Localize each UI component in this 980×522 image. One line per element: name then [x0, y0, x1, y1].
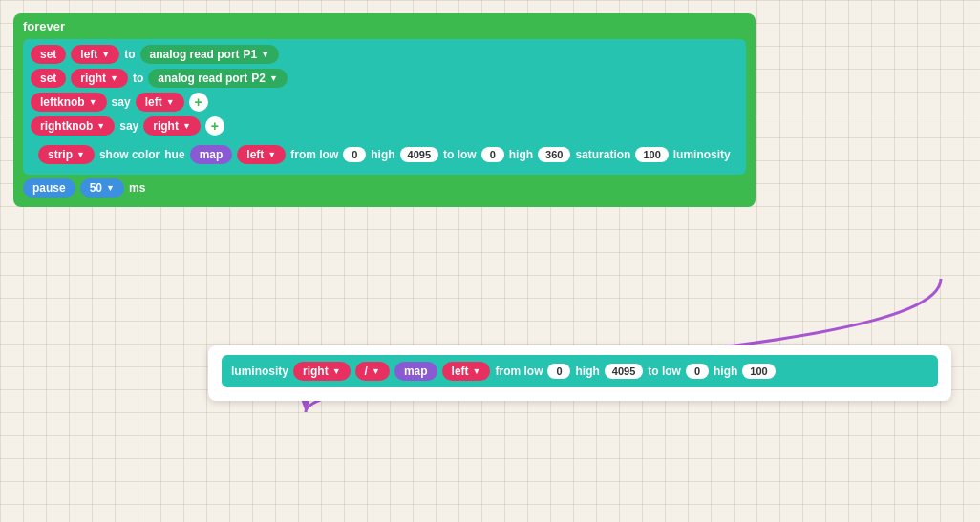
forever-label: forever [23, 19, 746, 33]
pause-row: pause 50 ▼ ms [23, 178, 746, 198]
to-low-label-1: to low [443, 148, 477, 161]
forever-block: forever set left ▼ to analog read port P… [13, 13, 756, 207]
div-dropdown: ▼ [372, 366, 380, 376]
hue-label: hue [164, 148, 184, 161]
low-val-2[interactable]: 0 [481, 147, 504, 162]
high-val-1[interactable]: 4095 [400, 147, 438, 162]
set-right-row: set right ▼ to analog read port P2 ▼ [31, 69, 738, 88]
luminosity-cont-label: luminosity [231, 365, 288, 378]
left-val-pill[interactable]: left ▼ [136, 93, 184, 112]
strip-dropdown: ▼ [76, 150, 85, 159]
say-label-2: say [119, 119, 138, 133]
cont-high-label-1: high [575, 365, 599, 378]
ms-label: ms [129, 181, 145, 195]
cont-low-val-2[interactable]: 0 [686, 364, 709, 379]
right-val-pill[interactable]: right ▼ [143, 116, 201, 136]
var-left-dropdown: ▼ [101, 50, 110, 59]
var-right-dropdown: ▼ [110, 73, 118, 83]
cont-to-low-label: to low [648, 365, 681, 378]
analog-port-2-dropdown: ▼ [269, 73, 278, 83]
to-label-1: to [124, 48, 135, 61]
map-var-left[interactable]: left ▼ [237, 145, 286, 164]
right-var-pill[interactable]: right ▼ [293, 362, 351, 381]
cont-high-label-2: high [714, 365, 737, 378]
right-var-dropdown: ▼ [332, 366, 341, 376]
low-val-1[interactable]: 0 [343, 147, 366, 162]
say-label-1: say [112, 95, 131, 109]
leftknob-pill[interactable]: leftknob ▼ [31, 93, 107, 112]
rightknob-dropdown: ▼ [96, 121, 105, 131]
to-label-2: to [133, 72, 143, 85]
leftknob-say-row: leftknob ▼ say left ▼ + [31, 93, 738, 112]
teal-inner-block: set left ▼ to analog read port P1 ▼ set … [23, 39, 746, 175]
cont-high-val-1[interactable]: 4095 [605, 364, 643, 379]
set-label-1: set [31, 45, 66, 64]
high-label-2: high [509, 148, 533, 161]
from-low-label-1: from low [290, 148, 338, 161]
add-button-1[interactable]: + [189, 93, 208, 112]
leftknob-dropdown: ▼ [89, 97, 97, 107]
map-label-2: map [394, 362, 437, 381]
strip-color-row: strip ▼ show color hue map left ▼ from l… [31, 140, 738, 169]
right-val-dropdown: ▼ [182, 121, 191, 131]
high-val-2[interactable]: 360 [538, 147, 570, 162]
left-val-dropdown: ▼ [166, 97, 175, 107]
continuation-box: luminosity right ▼ / ▼ map left ▼ from l… [208, 345, 951, 401]
div-pill[interactable]: / ▼ [355, 362, 390, 381]
pause-value-pill[interactable]: 50 ▼ [80, 178, 124, 198]
var-right-pill[interactable]: right ▼ [71, 69, 128, 88]
saturation-label: saturation [575, 148, 630, 161]
continuation-inner: luminosity right ▼ / ▼ map left ▼ from l… [222, 355, 938, 387]
add-button-2[interactable]: + [205, 116, 224, 136]
set-left-row: set left ▼ to analog read port P1 ▼ [31, 45, 738, 64]
sat-val[interactable]: 100 [635, 147, 668, 162]
pause-dropdown: ▼ [106, 183, 115, 193]
show-color-label: show color [99, 148, 160, 161]
from-low-label-2: from low [495, 365, 543, 378]
rightknob-pill[interactable]: rightknob ▼ [31, 116, 115, 136]
var-left-pill[interactable]: left ▼ [71, 45, 119, 64]
pause-label: pause [23, 178, 75, 198]
left-var-pill-2[interactable]: left ▼ [442, 362, 491, 381]
left-var-dropdown-2: ▼ [473, 366, 481, 376]
map-label-1: map [190, 145, 233, 164]
luminosity-label: luminosity [673, 148, 731, 161]
analog-read-port-1[interactable]: analog read port P1 ▼ [140, 45, 280, 64]
set-label-2: set [31, 69, 66, 88]
analog-port-1-dropdown: ▼ [261, 50, 269, 59]
rightknob-say-row: rightknob ▼ say right ▼ + [31, 116, 738, 136]
cont-low-val-1[interactable]: 0 [547, 364, 570, 379]
strip-pill[interactable]: strip ▼ [38, 145, 95, 164]
analog-read-port-2[interactable]: analog read port P2 ▼ [148, 69, 288, 88]
cont-high-val-2[interactable]: 100 [742, 364, 775, 379]
map-var-dropdown: ▼ [267, 150, 276, 159]
high-label-1: high [371, 148, 394, 161]
